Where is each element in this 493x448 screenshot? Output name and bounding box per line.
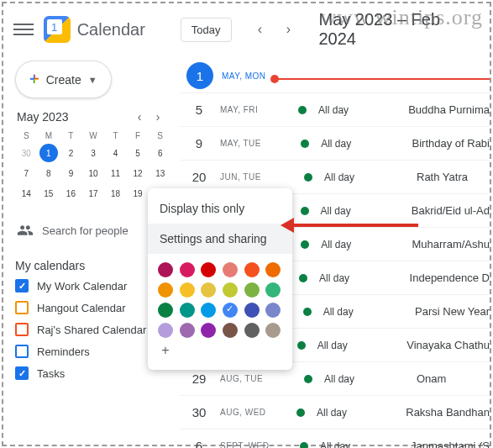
- event-allday: All day: [319, 272, 359, 284]
- calendar-checkbox[interactable]: [15, 301, 29, 314]
- today-button[interactable]: Today: [181, 18, 232, 42]
- schedule-row[interactable]: 6SEPT, WEDAll dayJanmashtami (S: [180, 429, 490, 448]
- schedule-day-number: 9: [186, 136, 212, 150]
- mini-day[interactable]: 3: [84, 144, 102, 162]
- color-swatch[interactable]: [201, 282, 216, 298]
- color-swatch[interactable]: [180, 262, 195, 277]
- event-title: Rath Yatra: [417, 171, 468, 183]
- schedule-day-number: 5: [186, 103, 212, 117]
- color-swatch[interactable]: [180, 282, 195, 298]
- next-period-button[interactable]: ›: [277, 18, 301, 41]
- add-color-button[interactable]: +: [158, 343, 173, 358]
- color-swatch[interactable]: [244, 303, 260, 318]
- color-swatch[interactable]: [223, 282, 238, 298]
- mini-next-button[interactable]: ›: [149, 110, 166, 124]
- calendar-checkbox[interactable]: [15, 323, 29, 336]
- color-swatch[interactable]: [223, 262, 238, 277]
- calendar-item[interactable]: Tasks: [15, 366, 171, 380]
- schedule-day-text: AUG, TUE: [220, 374, 263, 383]
- app-name: Calendar: [77, 20, 145, 40]
- calendar-label: Raj's Shared Calendar: [37, 324, 146, 336]
- color-swatch[interactable]: [158, 303, 173, 318]
- mini-day[interactable]: 11: [107, 164, 125, 182]
- schedule-day-text: SEPT, WED: [220, 441, 269, 448]
- color-swatch[interactable]: [180, 303, 195, 318]
- schedule-day-number: 1: [186, 62, 213, 89]
- mini-day[interactable]: 30: [17, 144, 35, 162]
- create-label: Create: [46, 73, 81, 87]
- mini-day[interactable]: 18: [107, 184, 125, 203]
- prev-period-button[interactable]: ‹: [249, 18, 272, 41]
- color-swatch[interactable]: [265, 262, 281, 277]
- mini-day[interactable]: 15: [39, 184, 58, 203]
- event-allday: All day: [324, 171, 366, 183]
- color-swatch[interactable]: [158, 282, 173, 298]
- event-title: Buddha Purnima: [408, 103, 490, 116]
- schedule-row[interactable]: 9MAY, TUEAll dayBirthday of Rabi: [180, 126, 490, 160]
- event-allday: All day: [320, 440, 360, 449]
- mini-day[interactable]: 14: [17, 184, 35, 203]
- menu-settings-sharing[interactable]: Settings and sharing: [148, 224, 292, 254]
- event-allday: All day: [321, 239, 361, 250]
- watermark-text: www.wintips.org: [321, 5, 483, 30]
- color-swatch[interactable]: [265, 303, 281, 318]
- color-swatch[interactable]: [244, 262, 260, 277]
- now-indicator-line: [275, 78, 490, 80]
- event-title: Birthday of Rabi: [412, 137, 490, 150]
- mini-day[interactable]: 17: [84, 184, 102, 203]
- plus-icon: +: [29, 70, 39, 89]
- calendar-checkbox[interactable]: [15, 345, 29, 358]
- color-swatch[interactable]: [201, 303, 216, 318]
- calendar-checkbox[interactable]: [15, 279, 29, 293]
- mini-dow: F: [127, 129, 149, 143]
- color-swatch[interactable]: [158, 323, 173, 338]
- menu-icon[interactable]: [13, 19, 34, 40]
- mini-day[interactable]: 2: [61, 144, 80, 162]
- color-swatch[interactable]: [265, 323, 281, 338]
- mini-day[interactable]: 6: [151, 144, 170, 162]
- app-logo[interactable]: Calendar: [44, 16, 145, 43]
- color-swatch[interactable]: [244, 323, 260, 338]
- color-swatch[interactable]: [201, 262, 216, 277]
- schedule-row[interactable]: 5MAY, FRIAll dayBuddha Purnima: [180, 92, 490, 126]
- mini-dow: S: [15, 129, 38, 143]
- mini-day[interactable]: 12: [128, 164, 147, 182]
- mini-day[interactable]: 19: [128, 184, 147, 203]
- schedule-day-text: MAY, TUE: [220, 139, 261, 148]
- mini-dow: T: [104, 129, 127, 143]
- mini-day[interactable]: 1: [39, 144, 58, 162]
- mini-day[interactable]: 9: [61, 164, 80, 182]
- mini-day[interactable]: 7: [17, 164, 35, 182]
- create-button[interactable]: + Create ▼: [15, 61, 112, 98]
- color-swatch[interactable]: [201, 323, 216, 338]
- color-swatch[interactable]: [223, 303, 238, 318]
- event-title: Raksha Bandhan: [406, 406, 490, 419]
- event-dot: [298, 106, 307, 114]
- schedule-row[interactable]: 30AUG, WEDAll dayRaksha Bandhan: [180, 395, 490, 429]
- mini-prev-button[interactable]: ‹: [131, 110, 148, 124]
- mini-day[interactable]: 5: [128, 144, 147, 162]
- color-swatch[interactable]: [223, 323, 238, 338]
- mini-day[interactable]: 4: [107, 144, 125, 162]
- event-allday: All day: [318, 104, 358, 116]
- mini-day[interactable]: 16: [61, 184, 80, 203]
- color-swatch[interactable]: [244, 282, 260, 298]
- calendar-label: Reminders: [37, 345, 90, 358]
- now-indicator-dot: [270, 75, 279, 83]
- mini-dow: S: [149, 129, 171, 143]
- mini-day[interactable]: 8: [39, 164, 58, 182]
- event-dot: [297, 341, 306, 350]
- color-swatch[interactable]: [158, 262, 173, 277]
- color-swatch[interactable]: [265, 282, 281, 298]
- schedule-day-number: 30: [186, 405, 212, 419]
- event-title: Vinayaka Chathu: [406, 339, 490, 351]
- mini-day[interactable]: 10: [84, 164, 102, 182]
- schedule-day-number: 20: [186, 170, 212, 184]
- menu-display-only[interactable]: Display this only: [148, 193, 292, 224]
- calendar-checkbox[interactable]: [15, 366, 29, 380]
- mini-day[interactable]: 13: [151, 164, 170, 182]
- event-title: Parsi New Year: [415, 305, 490, 318]
- schedule-row[interactable]: 1MAY, MON: [180, 59, 490, 92]
- event-title: Muharram/Ashu: [412, 238, 490, 250]
- color-swatch[interactable]: [180, 323, 195, 338]
